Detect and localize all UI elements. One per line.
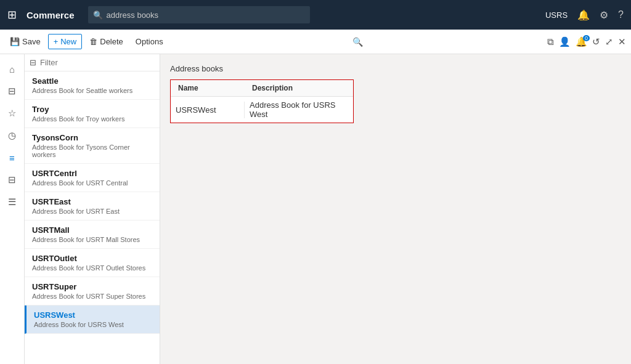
- delete-button[interactable]: 🗑 Delete: [84, 34, 128, 49]
- item-name: Troy: [32, 105, 152, 114]
- search-icon: 🔍: [93, 10, 103, 20]
- list-item[interactable]: Troy Address Book for Troy workers: [25, 100, 160, 128]
- delete-icon: 🗑: [89, 37, 97, 46]
- notifications-icon[interactable]: 🔔: [577, 9, 590, 21]
- options-button[interactable]: Options: [131, 34, 168, 49]
- list-panel: ⊟ Seattle Address Book for Seattle worke…: [25, 54, 160, 364]
- address-book-card: Name Description USRSWest Address Book f…: [170, 79, 354, 123]
- item-name: TysonsCorn: [32, 133, 152, 142]
- item-name: USRTSuper: [32, 282, 152, 291]
- save-icon: 💾: [10, 37, 20, 46]
- list-item[interactable]: USRTSuper Address Book for USRT Super St…: [25, 277, 160, 305]
- main-layout: ⌂ ⊟ ☆ ◷ ≡ ⊟ ☰ ⊟ Seattle Address Book for…: [0, 54, 631, 364]
- col-name-header: Name: [176, 83, 250, 94]
- menu-icon[interactable]: ☰: [2, 192, 22, 212]
- card-data-row: USRSWest Address Book for USRS West: [171, 97, 353, 123]
- list-item[interactable]: USRTMall Address Book for USRT Mall Stor…: [25, 220, 160, 249]
- notification-badge-icon[interactable]: 🔔0: [576, 36, 587, 47]
- username-label: USRS: [545, 10, 568, 20]
- card-header: Name Description: [171, 80, 353, 97]
- list-filter-bar: ⊟: [25, 54, 160, 71]
- list-item[interactable]: TysonsCorn Address Book for Tysons Corne…: [25, 128, 160, 164]
- personalize-icon[interactable]: ⧉: [547, 36, 554, 47]
- item-desc: Address Book for Seattle workers: [32, 87, 152, 94]
- open-in-new-icon[interactable]: 👤: [559, 36, 571, 47]
- top-nav-right: USRS 🔔 ⚙ ?: [545, 9, 624, 21]
- row-desc-cell[interactable]: Address Book for USRS West: [245, 97, 343, 123]
- item-desc: Address Book for USRT Central: [32, 179, 152, 187]
- app-title: Commerce: [26, 10, 75, 20]
- item-name: USRTMall: [32, 225, 152, 235]
- item-name: Seattle: [32, 76, 152, 86]
- item-desc: Address Book for USRS West: [34, 321, 152, 328]
- item-name: USRTCentrl: [32, 169, 152, 178]
- item-desc: Address Book for USRT Mall Stores: [32, 236, 152, 243]
- row-name-cell[interactable]: USRSWest: [171, 102, 245, 118]
- filter-input[interactable]: [40, 58, 155, 67]
- recent-icon[interactable]: ◷: [2, 126, 22, 145]
- close-icon[interactable]: ✕: [618, 36, 626, 47]
- toolbar: 💾 Save + New 🗑 Delete Options 🔍 ⧉ 👤 🔔0 ↺…: [0, 30, 631, 54]
- list-item[interactable]: USRTCentrl Address Book for USRT Central: [25, 164, 160, 192]
- home-icon[interactable]: ⌂: [2, 59, 22, 79]
- filter-icon: ⊟: [30, 58, 36, 67]
- favorites-icon[interactable]: ☆: [2, 103, 22, 123]
- col-desc-header: Description: [250, 83, 348, 94]
- workspace-icon[interactable]: ⊟: [2, 170, 22, 190]
- list-item[interactable]: USRTEast Address Book for USRT East: [25, 192, 160, 220]
- list-item[interactable]: USRTOutlet Address Book for USRT Outlet …: [25, 249, 160, 277]
- toolbar-search-button[interactable]: 🔍: [349, 34, 367, 49]
- expand-icon[interactable]: ⤢: [605, 36, 613, 47]
- item-desc: Address Book for Tysons Corner workers: [32, 144, 152, 158]
- content-section-title: Address books: [170, 64, 621, 73]
- save-button[interactable]: 💾 Save: [5, 34, 46, 49]
- help-icon[interactable]: ?: [618, 9, 624, 20]
- item-desc: Address Book for USRT Outlet Stores: [32, 264, 152, 272]
- list-item[interactable]: Seattle Address Book for Seattle workers: [25, 71, 160, 100]
- waffle-icon[interactable]: ⊞: [7, 8, 17, 22]
- filter-sidebar-icon[interactable]: ⊟: [2, 81, 22, 101]
- item-desc: Address Book for USRT East: [32, 208, 152, 215]
- new-icon: +: [54, 37, 59, 46]
- refresh-icon[interactable]: ↺: [592, 36, 600, 47]
- list-item[interactable]: USRSWest Address Book for USRS West: [25, 305, 160, 334]
- content-area: Address books Name Description USRSWest …: [160, 54, 631, 364]
- search-bar[interactable]: 🔍: [88, 6, 310, 23]
- side-icon-bar: ⌂ ⊟ ☆ ◷ ≡ ⊟ ☰: [0, 54, 25, 364]
- item-name: USRTEast: [32, 197, 152, 206]
- list-items: Seattle Address Book for Seattle workers…: [25, 71, 160, 364]
- settings-icon[interactable]: ⚙: [600, 9, 608, 21]
- item-name: USRSWest: [34, 310, 152, 320]
- list-view-icon[interactable]: ≡: [2, 148, 22, 168]
- item-name: USRTOutlet: [32, 254, 152, 263]
- search-input[interactable]: [107, 10, 305, 20]
- item-desc: Address Book for USRT Super Stores: [32, 293, 152, 300]
- new-button[interactable]: + New: [48, 34, 83, 49]
- top-navigation: ⊞ Commerce 🔍 USRS 🔔 ⚙ ?: [0, 0, 631, 30]
- item-desc: Address Book for Troy workers: [32, 115, 152, 123]
